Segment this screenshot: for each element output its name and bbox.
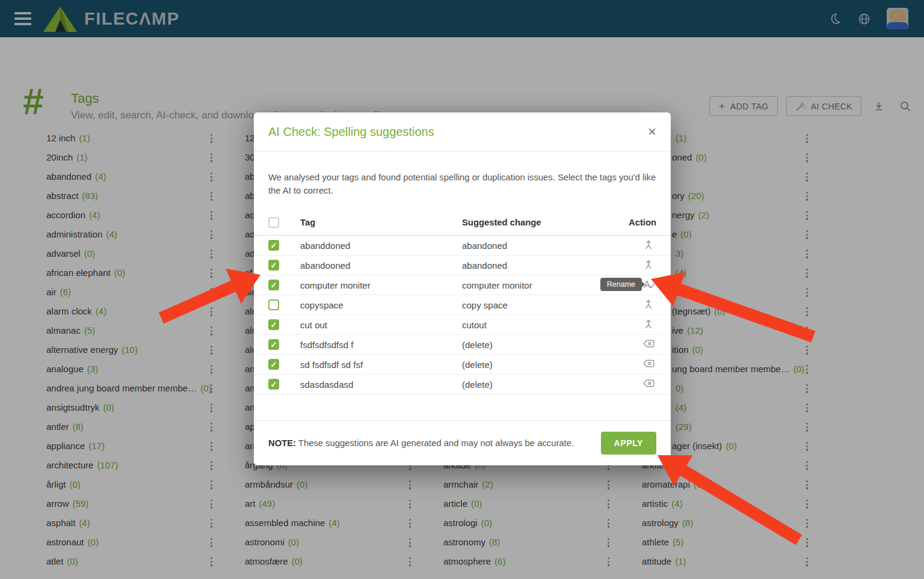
row-checkbox-checked[interactable]: ✓ bbox=[268, 319, 279, 330]
suggestion-row: ✓cut outcutout bbox=[254, 315, 671, 335]
modal-title: AI Check: Spelling suggestions bbox=[268, 125, 434, 139]
suggestion-row: ✓fsdfsdfsdfsd f(delete) bbox=[254, 335, 671, 355]
row-checkbox-checked[interactable]: ✓ bbox=[268, 260, 279, 271]
row-suggestion-text: cutout bbox=[462, 320, 619, 330]
apply-button[interactable]: APPLY bbox=[601, 432, 656, 455]
delete-action-icon[interactable] bbox=[642, 377, 656, 391]
row-tag-text: computer moniter bbox=[300, 280, 462, 290]
row-tag-text: fsdfsdfsdfsd f bbox=[300, 340, 462, 350]
row-checkbox-unchecked[interactable] bbox=[268, 299, 279, 310]
row-suggestion-text: (delete) bbox=[462, 360, 619, 370]
suggestion-row: copyspacecopy space bbox=[254, 295, 671, 315]
ai-check-modal: AI Check: Spelling suggestions × We anal… bbox=[254, 112, 671, 465]
row-tag-text: sd fsdfsdf sd fsf bbox=[300, 360, 462, 370]
row-suggestion-text: (delete) bbox=[462, 340, 619, 350]
suggestion-row: ✓sdasdasdasd(delete) bbox=[254, 375, 671, 394]
suggestion-row: ✓computer monitercomputer monitorRename bbox=[254, 275, 671, 295]
row-suggestion-text: (delete) bbox=[462, 379, 619, 390]
row-checkbox-checked[interactable]: ✓ bbox=[268, 339, 279, 350]
suggestions-table: Tag Suggested change Action ✓abanddoneda… bbox=[254, 210, 671, 394]
row-suggestion-text: computer monitor bbox=[462, 280, 619, 290]
column-header-action: Action bbox=[629, 218, 656, 227]
row-tag-text: sdasdasdasd bbox=[300, 379, 462, 390]
modal-intro-text: We analysed your tags and found potentia… bbox=[254, 161, 671, 197]
row-checkbox-checked[interactable]: ✓ bbox=[268, 379, 279, 390]
select-all-checkbox[interactable] bbox=[268, 217, 279, 228]
merge-action-icon[interactable] bbox=[642, 238, 656, 253]
row-tag-text: cut out bbox=[300, 320, 462, 330]
suggestion-row: ✓sd fsdfsdf sd fsf(delete) bbox=[254, 355, 671, 375]
suggestion-row: ✓abanddonedabandoned bbox=[254, 236, 671, 256]
row-tag-text: abanddoned bbox=[300, 240, 462, 251]
modal-header: AI Check: Spelling suggestions × bbox=[254, 112, 671, 152]
merge-action-icon[interactable] bbox=[642, 298, 656, 312]
suggestions-rows: ✓abanddonedabandoned✓abandoonedabandoned… bbox=[254, 236, 671, 394]
merge-action-icon[interactable] bbox=[642, 258, 656, 272]
row-suggestion-text: abandoned bbox=[462, 240, 619, 251]
rename-tooltip: Rename bbox=[600, 278, 642, 291]
row-tag-text: copyspace bbox=[300, 300, 462, 310]
modal-footer: NOTE: These suggestions are AI generated… bbox=[254, 420, 671, 465]
delete-action-icon[interactable] bbox=[642, 357, 656, 372]
suggestion-row: ✓abandoonedabandoned bbox=[254, 256, 671, 275]
suggestions-table-header: Tag Suggested change Action bbox=[254, 210, 671, 236]
ai-note: NOTE: These suggestions are AI generated… bbox=[268, 438, 574, 448]
app-window: FILECΛMP # Tags View, edit, search, AI-c… bbox=[0, 0, 924, 579]
row-checkbox-checked[interactable]: ✓ bbox=[268, 280, 279, 290]
column-header-suggested: Suggested change bbox=[462, 218, 619, 227]
row-tag-text: abandooned bbox=[300, 260, 462, 271]
row-checkbox-checked[interactable]: ✓ bbox=[268, 359, 279, 370]
close-icon[interactable]: × bbox=[648, 124, 656, 139]
delete-action-icon[interactable] bbox=[642, 337, 656, 352]
column-header-tag: Tag bbox=[300, 218, 462, 227]
row-suggestion-text: abandoned bbox=[462, 260, 619, 271]
row-suggestion-text: copy space bbox=[462, 300, 619, 310]
merge-action-icon[interactable] bbox=[642, 317, 656, 332]
row-checkbox-checked[interactable]: ✓ bbox=[268, 240, 279, 251]
